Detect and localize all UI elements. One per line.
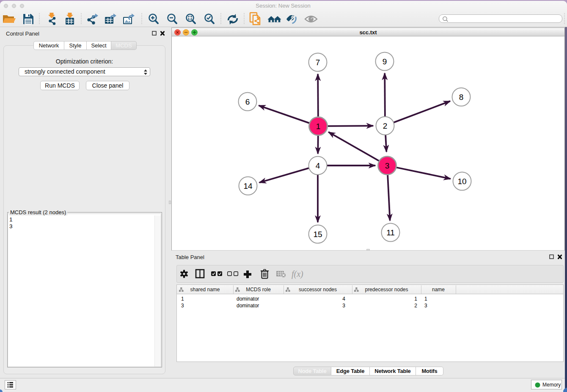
svg-text:2: 2 [383,121,388,130]
svg-text:10: 10 [457,177,466,186]
svg-text:4: 4 [316,161,320,170]
svg-text:1: 1 [316,122,321,131]
svg-text:8: 8 [459,93,464,102]
svg-text:6: 6 [245,97,250,106]
svg-text:11: 11 [386,228,395,237]
svg-text:14: 14 [243,182,253,190]
svg-text:9: 9 [383,57,387,66]
svg-text:3: 3 [385,161,390,170]
svg-text:7: 7 [316,58,320,67]
svg-text:15: 15 [313,230,322,239]
svg-text:f(x): f(x) [292,269,303,279]
